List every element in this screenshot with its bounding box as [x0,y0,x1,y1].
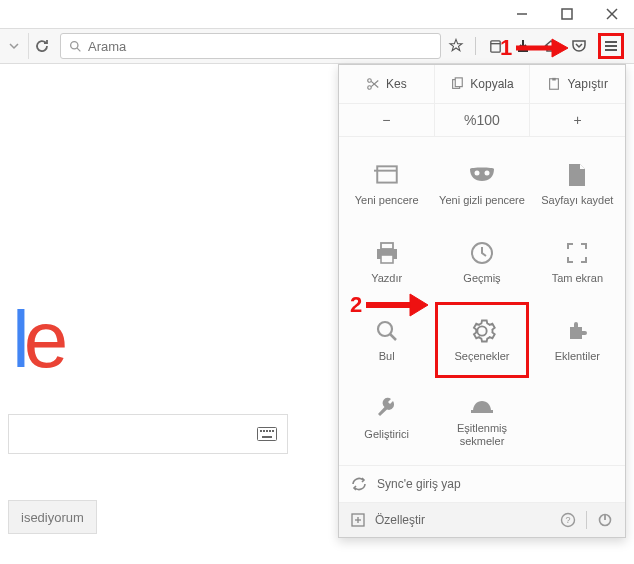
wrench-icon [372,394,402,424]
zoom-level: %100 [434,104,530,136]
svg-rect-30 [381,243,393,249]
copy-button[interactable]: Kopyala [434,65,530,103]
paste-label: Yapıştır [567,77,607,91]
copy-label: Kopyala [470,77,513,91]
svg-line-5 [77,48,80,51]
cut-button[interactable]: Kes [339,65,434,103]
file-icon [562,160,592,190]
svg-point-4 [71,41,78,48]
google-logo-fragment: le [12,294,62,386]
svg-rect-14 [266,430,268,432]
browser-toolbar [0,28,634,64]
window-close-button[interactable] [589,0,634,28]
svg-line-35 [390,334,396,340]
tabs-icon [467,388,497,418]
zoom-in-button[interactable]: + [529,104,625,136]
zoom-out-button[interactable]: − [339,104,434,136]
svg-rect-32 [381,255,393,263]
bookmark-icon[interactable] [447,37,465,55]
menu-label: Yazdır [367,272,406,285]
search-input[interactable] [88,39,432,54]
menu-empty [530,379,625,457]
keyboard-icon[interactable] [257,427,277,441]
svg-point-28 [474,171,479,176]
menu-label: Bul [375,350,399,363]
search-box[interactable] [60,33,441,59]
menu-private-window[interactable]: Yeni gizli pencere [434,145,529,223]
window-icon [372,160,402,190]
customize-row: Özelleştir ? [339,502,625,537]
svg-rect-11 [258,428,277,441]
window-titlebar [0,0,634,28]
menu-label: Tam ekran [548,272,607,285]
gear-icon [467,316,497,346]
copy-icon [450,77,464,91]
toolbar-separator [475,37,476,55]
svg-rect-17 [262,436,272,438]
svg-rect-15 [269,430,271,432]
library-icon[interactable] [486,37,504,55]
menu-label: Sayfayı kaydet [537,194,617,207]
app-menu: Kes Kopyala Yapıştır − %100 + Yeni pence… [338,64,626,538]
url-dropdown-icon[interactable] [6,41,22,51]
fullscreen-icon [562,238,592,268]
menu-options[interactable]: Seçenekler [434,301,529,379]
google-search-field[interactable] [8,414,288,454]
plus-box-icon [351,513,365,527]
paste-button[interactable]: Yapıştır [529,65,625,103]
power-icon[interactable] [597,512,613,528]
menu-new-window[interactable]: Yeni pencere [339,145,434,223]
menu-developer[interactable]: Geliştirici [339,379,434,457]
svg-rect-36 [471,410,493,413]
customize-button[interactable]: Özelleştir [375,513,425,527]
pocket-icon[interactable] [570,37,588,55]
window-minimize-button[interactable] [499,0,544,28]
svg-rect-16 [272,430,274,432]
svg-rect-6 [490,40,499,51]
svg-point-34 [378,322,392,336]
sync-label: Sync'e giriş yap [377,477,461,491]
menu-button[interactable] [598,33,624,59]
lucky-button[interactable]: isediyorum [8,500,97,534]
svg-line-20 [371,81,378,87]
search-icon [372,316,402,346]
menu-label: Geçmiş [459,272,504,285]
menu-label: Yeni pencere [351,194,423,207]
svg-rect-12 [260,430,262,432]
puzzle-icon [562,316,592,346]
clock-icon [467,238,497,268]
sync-signin[interactable]: Sync'e giriş yap [339,465,625,502]
reload-button[interactable] [28,33,54,59]
svg-rect-13 [263,430,265,432]
svg-point-29 [484,171,489,176]
svg-rect-1 [562,9,572,19]
cut-label: Kes [386,77,407,91]
lucky-label: isediyorum [21,510,84,525]
menu-synced-tabs[interactable]: Eşitlenmiş sekmeler [434,379,529,457]
scissors-icon [366,77,380,91]
search-icon [69,40,82,53]
mask-icon [467,160,497,190]
menu-label: Geliştirici [360,428,413,441]
menu-print[interactable]: Yazdır [339,223,434,301]
help-icon[interactable]: ? [560,512,576,528]
menu-label: Yeni gizli pencere [435,194,529,207]
paste-icon [547,77,561,91]
svg-rect-23 [456,78,463,87]
svg-rect-25 [553,78,557,81]
downloads-icon[interactable] [514,37,532,55]
menu-find[interactable]: Bul [339,301,434,379]
menu-label: Eşitlenmiş sekmeler [434,422,529,448]
menu-fullscreen[interactable]: Tam ekran [530,223,625,301]
menu-save-page[interactable]: Sayfayı kaydet [530,145,625,223]
svg-rect-26 [377,167,397,183]
svg-line-21 [371,81,378,87]
window-maximize-button[interactable] [544,0,589,28]
menu-label: Seçenekler [450,350,513,363]
home-icon[interactable] [542,37,560,55]
svg-point-18 [368,86,372,90]
menu-history[interactable]: Geçmiş [434,223,529,301]
menu-addons[interactable]: Eklentiler [530,301,625,379]
printer-icon [372,238,402,268]
svg-text:?: ? [565,515,570,525]
